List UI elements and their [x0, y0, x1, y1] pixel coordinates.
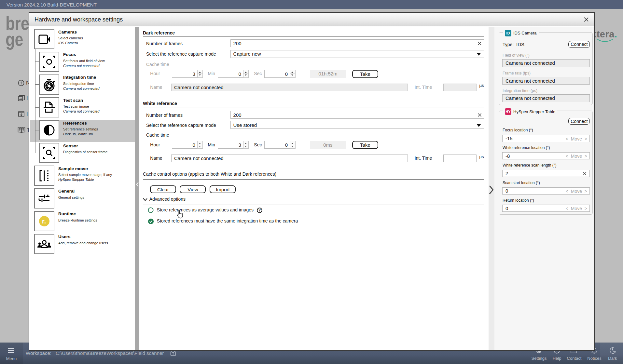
svg-text:?: ? [258, 208, 261, 212]
svg-text:r.: r. [42, 218, 46, 225]
